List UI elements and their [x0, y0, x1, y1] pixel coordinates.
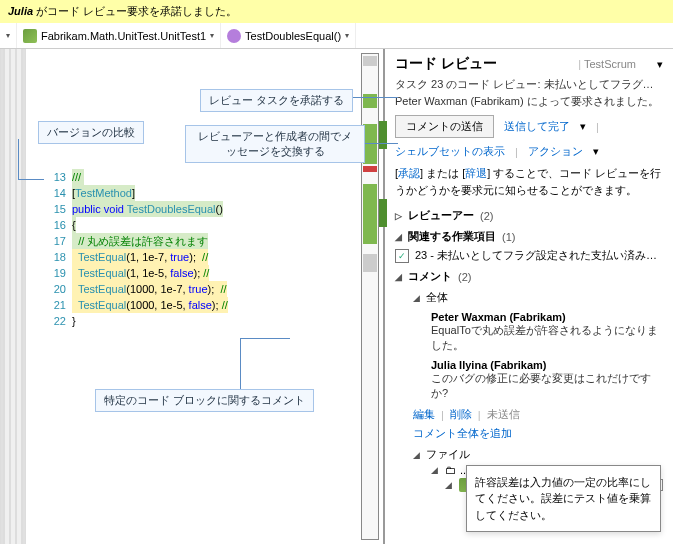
- folder-icon: 🗀: [445, 464, 456, 476]
- review-requester: Peter Waxman (Fabrikam) によって要求されました。: [395, 94, 663, 109]
- approve-link[interactable]: 承認: [398, 167, 420, 179]
- nav-back-dropdown[interactable]: ▾: [0, 23, 17, 48]
- code-line[interactable]: ///: [72, 169, 84, 185]
- line-number: 20: [48, 281, 72, 297]
- code-line[interactable]: TestEqual(1000, 1e-5, false); //: [72, 297, 228, 313]
- notification-banner: Julia がコード レビュー要求を承諾しました。: [0, 0, 673, 23]
- review-subtitle: タスク 23 のコード レビュー: 未払いとしてフラグ設定され…: [395, 77, 663, 92]
- collapse-icon: ◢: [413, 293, 420, 303]
- callout-compare-versions: バージョンの比較: [38, 121, 144, 144]
- workitem-row[interactable]: ✓ 23 - 未払いとしてフラグ設定された支払い済み…: [395, 248, 663, 263]
- line-number: 13: [48, 169, 72, 185]
- breadcrumb-toolbar: ▾ Fabrikam.Math.UnitTest.UnitTest1 ▾ Tes…: [0, 23, 673, 49]
- comment-author: Peter Waxman (Fabrikam): [431, 311, 663, 323]
- callout-exchange-messages: レビューアーと作成者の間でメッセージを交換する: [185, 125, 365, 163]
- chevron-down-icon: ▾: [6, 31, 10, 40]
- project-name: TestScrum: [584, 58, 636, 70]
- section-comments[interactable]: ◢ コメント (2): [395, 269, 663, 284]
- code-block[interactable]: 13/// 14[TestMethod]15public void TestDo…: [48, 169, 228, 329]
- collapse-icon: ◢: [445, 480, 455, 490]
- code-line[interactable]: }: [72, 313, 76, 329]
- collapse-icon: ◢: [395, 232, 402, 242]
- comment-tooltip: 許容誤差は入力値の一定の比率にしてください。誤差にテスト値を乗算してください。: [466, 465, 661, 533]
- method-name: TestDoublesEqual(): [245, 30, 341, 42]
- code-line[interactable]: public void TestDoublesEqual(): [72, 201, 223, 217]
- section-reviewers[interactable]: ▷ レビューアー (2): [395, 208, 663, 223]
- view-shelveset-link[interactable]: シェルブセットの表示: [395, 144, 505, 159]
- workitem-title: 23 - 未払いとしてフラグ設定された支払い済み…: [415, 248, 657, 263]
- code-line[interactable]: TestEqual(1, 1e-7, true); //: [72, 249, 208, 265]
- code-line[interactable]: {: [72, 217, 76, 233]
- send-and-finish-link[interactable]: 送信して完了: [504, 119, 570, 134]
- method-dropdown[interactable]: TestDoublesEqual() ▾: [221, 23, 356, 48]
- code-line[interactable]: TestEqual(1000, 1e-7, true); //: [72, 281, 227, 297]
- line-number: 17: [48, 233, 72, 249]
- line-number: 21: [48, 297, 72, 313]
- code-review-panel: コード レビュー | TestScrum ▾ タスク 23 のコード レビュー:…: [385, 49, 673, 544]
- decline-link[interactable]: 辞退: [465, 167, 487, 179]
- unsent-label: 未送信: [487, 407, 520, 422]
- code-editor: 13/// 14[TestMethod]15public void TestDo…: [0, 49, 385, 544]
- collapse-icon: ◢: [431, 465, 441, 475]
- chevron-down-icon[interactable]: ▾: [593, 145, 599, 158]
- approve-decline-note: [承認] または [辞退] することで、コード レビューを行うかどうかを要求元に…: [395, 165, 663, 198]
- code-line[interactable]: // 丸め誤差は許容されます: [72, 233, 208, 249]
- line-number: 22: [48, 313, 72, 329]
- expand-icon: ▷: [395, 211, 402, 221]
- line-number: 15: [48, 201, 72, 217]
- edit-link[interactable]: 編集: [413, 407, 435, 422]
- subsection-overall[interactable]: ◢ 全体: [413, 290, 663, 305]
- subsection-files[interactable]: ◢ ファイル: [413, 447, 663, 462]
- add-overall-comment-link[interactable]: コメント全体を追加: [413, 427, 512, 439]
- code-line[interactable]: [TestMethod]: [72, 185, 135, 201]
- send-comment-button[interactable]: コメントの送信: [395, 115, 494, 138]
- line-number: 18: [48, 249, 72, 265]
- chevron-down-icon[interactable]: ▾: [657, 58, 663, 70]
- csharp-file-icon: [23, 29, 37, 43]
- section-workitems[interactable]: ◢ 関連する作業項目 (1): [395, 229, 663, 244]
- comment-author: Julia Ilyina (Fabrikam): [431, 359, 663, 371]
- chevron-down-icon: ▾: [210, 31, 214, 40]
- collapse-icon: ◢: [395, 272, 402, 282]
- callout-accept-task: レビュー タスクを承諾する: [200, 89, 353, 112]
- line-number: 16: [48, 217, 72, 233]
- panel-title: コード レビュー: [395, 55, 497, 73]
- workitem-icon: ✓: [395, 249, 409, 263]
- test-method-icon: [227, 29, 241, 43]
- actions-link[interactable]: アクション: [528, 144, 583, 159]
- collapse-icon: ◢: [413, 450, 420, 460]
- callout-block-comment: 特定のコード ブロックに関するコメント: [95, 389, 314, 412]
- banner-user: Julia: [8, 5, 33, 17]
- chevron-down-icon[interactable]: ▾: [580, 120, 586, 133]
- code-line[interactable]: TestEqual(1, 1e-5, false); //: [72, 265, 209, 281]
- comment-body: このバグの修正に必要な変更はこれだけですか?: [431, 371, 663, 401]
- file-name: Fabrikam.Math.UnitTest.UnitTest1: [41, 30, 206, 42]
- file-dropdown[interactable]: Fabrikam.Math.UnitTest.UnitTest1 ▾: [17, 23, 221, 48]
- line-number: 19: [48, 265, 72, 281]
- delete-link[interactable]: 削除: [450, 407, 472, 422]
- line-number: 14: [48, 185, 72, 201]
- comment-body: EqualToで丸め誤差が許容されるようになりました。: [431, 323, 663, 353]
- chevron-down-icon: ▾: [345, 31, 349, 40]
